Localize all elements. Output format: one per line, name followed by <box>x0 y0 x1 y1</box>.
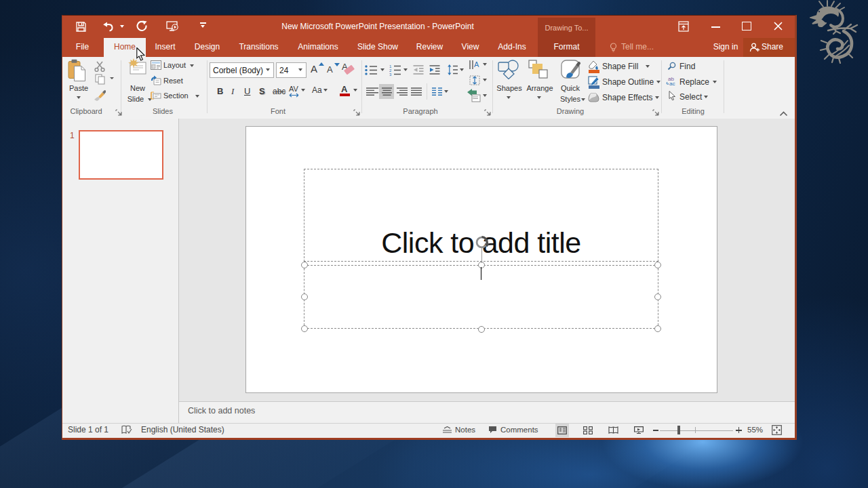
svg-text:A: A <box>474 60 479 68</box>
svg-text:ac: ac <box>669 81 675 85</box>
svg-text:3: 3 <box>389 73 392 76</box>
